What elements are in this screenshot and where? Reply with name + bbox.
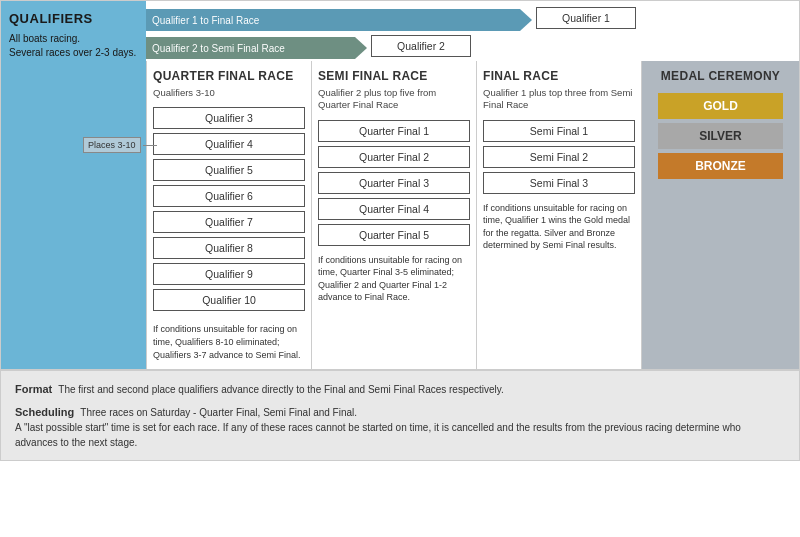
quarter-final-column: QUARTER FINAL RACE Qualifiers 3-10 Place… (146, 61, 311, 369)
bottom-section: FormatThe first and second place qualifi… (1, 370, 799, 460)
quarter-subtext: Qualifiers 3-10 (153, 87, 305, 99)
semi-subtext: Qualifier 2 plus top five from Quarter F… (318, 87, 470, 112)
final-header: FINAL RACE (483, 69, 635, 83)
medal-ceremony-column: MEDAL CEREMONY GOLD SILVER BRONZE (641, 61, 799, 369)
sf2-box: Semi Final 2 (483, 146, 635, 168)
qualifier7-box: Qualifier 7 (153, 211, 305, 233)
gold-medal: GOLD (658, 93, 783, 119)
sf3-box: Semi Final 3 (483, 172, 635, 194)
qf3-box: Quarter Final 3 (318, 172, 470, 194)
main-container: QUALIFIERS All boats racing. Several rac… (0, 0, 800, 461)
content-area: Qualifier 1 to Final Race Qualifier 1 Qu… (146, 1, 799, 369)
scheduling-label: Scheduling (15, 406, 74, 418)
final-note: If conditions unsuitable for racing on t… (483, 202, 635, 252)
qualifier10-box: Qualifier 10 (153, 289, 305, 311)
q2-arrow-head (355, 37, 367, 59)
columns-wrapper: QUARTER FINAL RACE Qualifiers 3-10 Place… (146, 61, 799, 369)
bronze-medal: BRONZE (658, 153, 783, 179)
quarter-note: If conditions unsuitable for racing on t… (153, 323, 305, 361)
qualifier2-box: Qualifier 2 (371, 35, 471, 57)
qualifier6-box: Qualifier 6 (153, 185, 305, 207)
final-subtext: Qualifier 1 plus top three from Semi Fin… (483, 87, 635, 112)
q1-arrow-head (520, 9, 532, 31)
qualifiers-column: QUALIFIERS All boats racing. Several rac… (1, 1, 146, 369)
silver-medal: SILVER (658, 123, 783, 149)
qualifier1-box: Qualifier 1 (536, 7, 636, 29)
qf4-box: Quarter Final 4 (318, 198, 470, 220)
qualifier9-box: Qualifier 9 (153, 263, 305, 285)
qf1-box: Quarter Final 1 (318, 120, 470, 142)
medal-header: MEDAL CEREMONY (648, 69, 793, 83)
q1-arrow-banner: Qualifier 1 to Final Race (146, 9, 520, 31)
format-row: FormatThe first and second place qualifi… (15, 381, 785, 398)
qualifiers-desc1: All boats racing. (9, 32, 138, 46)
qf5-box: Quarter Final 5 (318, 224, 470, 246)
format-label: Format (15, 383, 52, 395)
sf1-box: Semi Final 1 (483, 120, 635, 142)
top-section: QUALIFIERS All boats racing. Several rac… (1, 1, 799, 370)
qualifier5-box: Qualifier 5 (153, 159, 305, 181)
qualifier8-box: Qualifier 8 (153, 237, 305, 259)
scheduling-text1: Three races on Saturday - Quarter Final,… (80, 407, 357, 418)
quarter-header: QUARTER FINAL RACE (153, 69, 305, 83)
qualifiers-title: QUALIFIERS (9, 11, 138, 26)
qualifiers-desc2: Several races over 2-3 days. (9, 46, 138, 60)
qualifier4-box: Qualifier 4 (153, 133, 305, 155)
semi-note: If conditions unsuitable for racing on t… (318, 254, 470, 304)
qf2-box: Quarter Final 2 (318, 146, 470, 168)
places-label: Places 3-10 (83, 137, 141, 153)
format-text: The first and second place qualifiers ad… (58, 384, 504, 395)
final-race-column: FINAL RACE Qualifier 1 plus top three fr… (476, 61, 641, 369)
scheduling-text2: A "last possible start" time is set for … (15, 422, 741, 448)
semi-header: SEMI FINAL RACE (318, 69, 470, 83)
semi-final-column: SEMI FINAL RACE Qualifier 2 plus top fiv… (311, 61, 476, 369)
qualifier3-box: Qualifier 3 (153, 107, 305, 129)
q2-arrow-banner: Qualifier 2 to Semi Final Race (146, 37, 355, 59)
scheduling-row: SchedulingThree races on Saturday - Quar… (15, 404, 785, 451)
